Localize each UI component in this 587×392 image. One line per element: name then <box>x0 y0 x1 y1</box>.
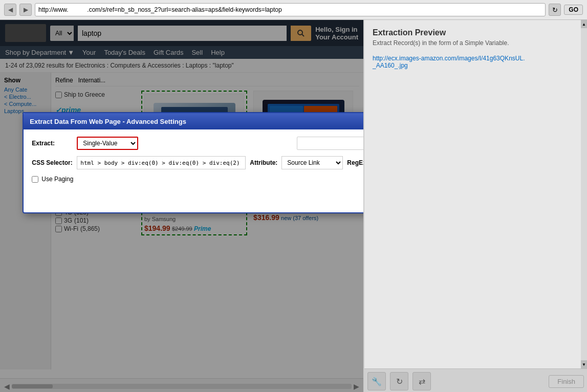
extraction-preview-subtitle: Extract Record(s) in the form of a Simpl… <box>373 39 573 47</box>
reload-button[interactable]: ↻ <box>549 4 561 16</box>
right-panel-scrollbar: ▲ ▼ <box>581 20 587 368</box>
back-button[interactable]: ◀ <box>4 4 16 16</box>
right-panel: Extraction Preview Extract Record(s) in … <box>363 20 587 392</box>
attribute-select[interactable]: Source Link <box>281 156 343 169</box>
css-selector-row: CSS Selector: Attribute: Source Link Reg… <box>32 156 363 169</box>
wrench-button[interactable]: 🔧 <box>367 372 386 390</box>
extract-select[interactable]: Single-Value <box>77 137 138 150</box>
use-paging-row: Use Paging <box>32 176 363 183</box>
scroll-up-button[interactable]: ▲ <box>581 20 587 28</box>
right-panel-main: Extraction Preview Extract Record(s) in … <box>364 20 587 368</box>
modal-overlay: Extract Data From Web Page - Advanced Se… <box>0 20 363 392</box>
right-toolbar: 🔧 ↻ ⇄ Finish <box>364 368 587 392</box>
use-paging-checkbox[interactable] <box>32 176 38 183</box>
use-paging-label: Use Paging <box>41 176 73 183</box>
extract-row: Extract: Single-Value <box>32 137 363 150</box>
forward-button[interactable]: ▶ <box>19 4 32 16</box>
finish-button[interactable]: Finish <box>549 375 584 388</box>
right-panel-content: Extraction Preview Extract Record(s) in … <box>364 20 581 368</box>
css-selector-input[interactable] <box>77 156 246 169</box>
scroll-track <box>581 28 587 360</box>
browser-chrome: ◀ ▶ ↻ GO <box>0 0 587 20</box>
extraction-preview-title: Extraction Preview <box>373 28 573 37</box>
css-selector-label: CSS Selector: <box>32 159 73 166</box>
modal-footer: OK Cancel <box>24 190 363 212</box>
modal-dialog: Extract Data From Web Page - Advanced Se… <box>23 112 363 213</box>
wrench-icon: 🔧 <box>372 377 382 386</box>
extract-full-select[interactable] <box>297 137 363 150</box>
refresh-button[interactable]: ↻ <box>390 372 408 390</box>
attribute-label: Attribute: <box>250 159 277 166</box>
sync-button[interactable]: ⇄ <box>412 372 431 390</box>
modal-body: Extract: Single-Value CSS Selector: <box>24 129 363 190</box>
extraction-preview-url: http://ecx.images-amazon.com/images/I/41… <box>373 55 526 69</box>
refresh-icon: ↻ <box>396 377 403 386</box>
modal-header: Extract Data From Web Page - Advanced Se… <box>24 113 363 129</box>
modal-title: Extract Data From Web Page - Advanced Se… <box>30 118 186 125</box>
amazon-page: All Hello, Sign in Your Account Shop by … <box>0 20 363 392</box>
scroll-down-button[interactable]: ▼ <box>581 360 587 368</box>
sync-icon: ⇄ <box>419 377 425 386</box>
url-bar[interactable] <box>35 3 546 16</box>
extract-label: Extract: <box>32 140 73 147</box>
main-area: All Hello, Sign in Your Account Shop by … <box>0 20 587 392</box>
go-button[interactable]: GO <box>564 5 583 15</box>
regex-label: RegEx: <box>347 159 363 166</box>
